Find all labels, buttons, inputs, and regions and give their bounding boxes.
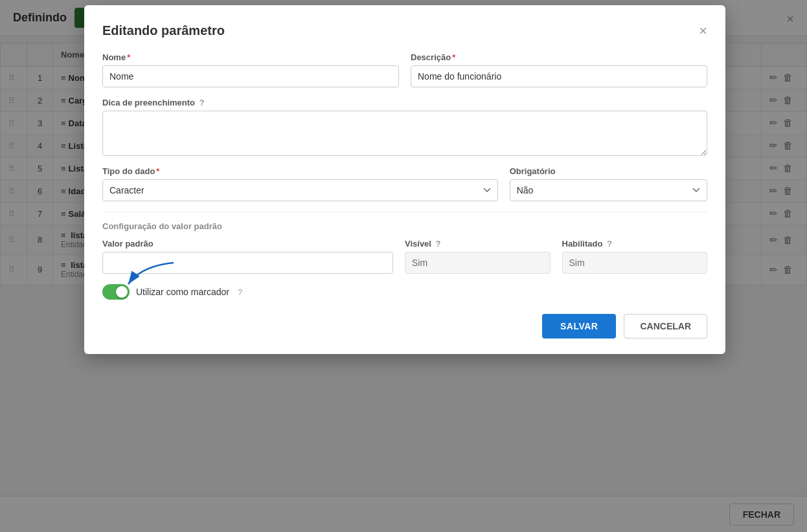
tipo-select[interactable]: Caracter Número Data Lista simples Lista… — [102, 179, 498, 201]
nome-input[interactable] — [102, 65, 399, 87]
descricao-label: Descrição* — [411, 52, 707, 62]
valor-padrao-label: Valor padrão — [102, 239, 393, 249]
toggle-help-icon: ? — [238, 287, 242, 297]
modal-close-button[interactable]: × — [699, 24, 707, 38]
modal-title: Editando parâmetro — [102, 23, 225, 38]
tipo-group: Tipo do dado* Caracter Número Data Lista… — [102, 166, 498, 201]
toggle-marcador[interactable] — [102, 284, 130, 300]
habilitado-group: Habilitado ? Sim — [562, 239, 708, 274]
dica-textarea[interactable] — [102, 111, 707, 156]
descricao-input[interactable] — [411, 65, 707, 87]
nome-label: Nome* — [102, 52, 399, 62]
nome-required: * — [127, 52, 130, 62]
visivel-label: Visível ? — [405, 239, 551, 249]
habilitado-value: Sim — [562, 252, 708, 274]
descricao-group: Descrição* — [411, 52, 707, 87]
modal-header: Editando parâmetro × — [102, 23, 707, 38]
tipo-obrigatorio-row: Tipo do dado* Caracter Número Data Lista… — [102, 166, 707, 201]
valor-padrao-group: Valor padrão — [102, 239, 393, 274]
dica-help-icon: ? — [199, 98, 205, 107]
tipo-label: Tipo do dado* — [102, 166, 498, 176]
dica-group: Dica de preenchimento ? — [102, 98, 707, 156]
divider — [102, 212, 707, 212]
salvar-button[interactable]: SALVAR — [542, 314, 616, 338]
visivel-group: Visível ? Sim — [405, 239, 551, 274]
nome-descricao-row: Nome* Descrição* — [102, 52, 707, 87]
valor-visivel-habilitado-row: Valor padrão Visível ? Sim Habilitado ? … — [102, 239, 707, 274]
nome-group: Nome* — [102, 52, 399, 87]
obrigatorio-label: Obrigatório — [510, 166, 707, 176]
visivel-help-icon: ? — [436, 239, 441, 249]
habilitado-help-icon: ? — [607, 239, 612, 249]
config-section-label: Configuração do valor padrão — [102, 221, 707, 231]
toggle-row: Utilizar como marcador ? — [102, 284, 707, 300]
toggle-label: Utilizar como marcador — [136, 287, 229, 297]
obrigatorio-group: Obrigatório Não Sim — [510, 166, 707, 201]
cancelar-button[interactable]: CANCELAR — [624, 314, 707, 338]
descricao-required: * — [452, 52, 455, 62]
tipo-required: * — [156, 166, 159, 176]
habilitado-label: Habilitado ? — [562, 239, 708, 249]
edit-param-modal: Editando parâmetro × Nome* Descrição* Di… — [84, 5, 725, 354]
obrigatorio-select[interactable]: Não Sim — [510, 179, 707, 201]
visivel-value: Sim — [405, 252, 551, 274]
valor-padrao-input[interactable] — [102, 252, 393, 274]
toggle-section: Utilizar como marcador ? — [102, 284, 707, 300]
dica-label: Dica de preenchimento ? — [102, 98, 707, 107]
modal-footer: SALVAR CANCELAR — [102, 314, 707, 338]
